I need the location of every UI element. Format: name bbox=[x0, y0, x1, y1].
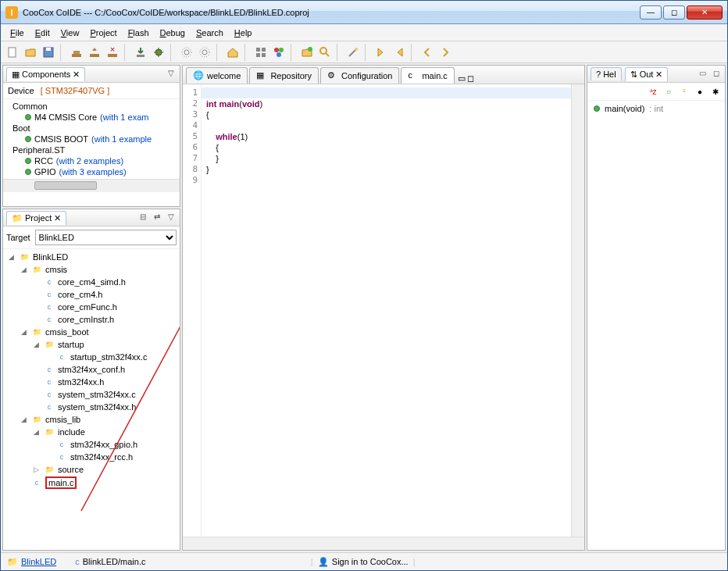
editor-tab-Configuration[interactable]: ⚙Configuration bbox=[320, 67, 399, 84]
component-item[interactable]: M4 CMSIS Core (with 1 exam bbox=[6, 112, 177, 123]
tree-twisty-icon[interactable]: ◢ bbox=[19, 416, 28, 423]
project-tab-close-icon[interactable]: ✕ bbox=[54, 213, 61, 223]
compile-button[interactable]: × bbox=[104, 44, 121, 61]
hide-nonpublic-button[interactable]: ● bbox=[694, 85, 706, 98]
maximize-button[interactable]: ◻ bbox=[663, 5, 685, 20]
hide-static-button[interactable]: ˢ bbox=[678, 85, 691, 98]
rebuild-button[interactable] bbox=[86, 44, 103, 61]
back-button[interactable] bbox=[419, 44, 436, 61]
menu-project[interactable]: Project bbox=[85, 27, 121, 39]
menu-flash[interactable]: Flash bbox=[123, 27, 154, 39]
tab-close-icon[interactable]: ✕ bbox=[655, 70, 662, 80]
status-project-link[interactable]: 📁 BlinkLED bbox=[7, 557, 56, 567]
sort-button[interactable]: ᵃz bbox=[647, 85, 659, 98]
examples-link[interactable]: (with 3 examples) bbox=[59, 167, 127, 177]
tree-node[interactable]: ccore_cmInstr.h bbox=[3, 313, 180, 326]
tree-twisty-icon[interactable]: ◢ bbox=[6, 253, 16, 261]
signin-link[interactable]: 👤 Sign in to CooCox... bbox=[318, 557, 409, 567]
wand-button[interactable] bbox=[344, 44, 362, 61]
panel-menu-button[interactable]: ▽ bbox=[166, 212, 177, 223]
tree-node[interactable]: ccore_cm4_simd.h bbox=[3, 276, 180, 288]
component-item[interactable]: CMSIS BOOT (with 1 example bbox=[6, 134, 177, 145]
tree-twisty-icon[interactable]: ◢ bbox=[19, 266, 28, 273]
tree-node[interactable]: ccore_cmFunc.h bbox=[3, 301, 180, 313]
menu-debug[interactable]: Debug bbox=[155, 27, 190, 39]
tree-node[interactable]: cstm32f4xx_conf.h bbox=[3, 363, 180, 376]
examples-link[interactable]: (with 1 example bbox=[91, 134, 152, 144]
editor-maximize-button[interactable]: ◻ bbox=[467, 73, 474, 84]
components-hscrollbar[interactable] bbox=[3, 179, 180, 192]
menu-edit[interactable]: Edit bbox=[30, 27, 55, 39]
tree-node[interactable]: csystem_stm32f4xx.c bbox=[3, 388, 180, 401]
menu-help[interactable]: Help bbox=[230, 27, 257, 39]
menu-search[interactable]: Search bbox=[191, 27, 228, 39]
tree-node[interactable]: csystem_stm32f4xx.h bbox=[3, 401, 180, 413]
editor-tab-welcome[interactable]: 🌐welcome bbox=[186, 67, 248, 84]
link-editor-button[interactable]: ⇄ bbox=[152, 212, 162, 223]
minimize-button[interactable]: — bbox=[640, 5, 662, 20]
grid-button[interactable] bbox=[252, 44, 269, 61]
outline-tab-hel[interactable]: ?Hel bbox=[591, 67, 622, 80]
examples-link[interactable]: (with 1 exam bbox=[100, 112, 148, 122]
new-file-button[interactable] bbox=[4, 44, 21, 61]
outline-menu-button[interactable]: ✱ bbox=[709, 85, 722, 98]
tree-node[interactable]: cstm32f4xx_rcc.h bbox=[3, 451, 180, 463]
project-tab[interactable]: 📁 Project ✕ bbox=[6, 211, 66, 225]
examples-link[interactable]: (with 2 examples) bbox=[56, 156, 123, 166]
target-select[interactable]: BlinkLED bbox=[35, 230, 177, 245]
close-button[interactable]: ✕ bbox=[687, 5, 723, 20]
components-tab-close-icon[interactable]: ✕ bbox=[73, 70, 80, 80]
build-button[interactable] bbox=[68, 44, 85, 61]
tree-node[interactable]: ◢📁cmsis_lib bbox=[3, 413, 180, 426]
component-item[interactable]: RCC (with 2 examples) bbox=[6, 155, 177, 166]
hide-fields-button[interactable]: ○ bbox=[662, 85, 675, 98]
chip-button[interactable] bbox=[270, 44, 287, 61]
outline-item[interactable]: main(void) : int bbox=[594, 104, 719, 113]
editor-vscrollbar[interactable] bbox=[571, 84, 584, 537]
tree-node[interactable]: ▷📁source bbox=[3, 463, 180, 476]
editor-tab-main-c[interactable]: cmain.c bbox=[401, 67, 454, 84]
tree-node[interactable]: cstm32f4xx_gpio.h bbox=[3, 438, 180, 451]
tree-twisty-icon[interactable]: ◢ bbox=[31, 341, 41, 348]
editor-minimize-button[interactable]: ▭ bbox=[458, 73, 466, 84]
editor-body[interactable]: 123456789 int main(void){ while(1) { }} bbox=[183, 84, 584, 537]
status-file[interactable]: c BlinkLED/main.c bbox=[75, 557, 145, 566]
tree-twisty-icon[interactable]: ◢ bbox=[31, 428, 41, 436]
editor-tab-Repository[interactable]: ▦Repository bbox=[249, 67, 319, 84]
home-button[interactable] bbox=[224, 44, 241, 61]
tree-twisty-icon[interactable]: ▷ bbox=[31, 466, 41, 473]
tree-node[interactable]: cstartup_stm32f4xx.c bbox=[3, 351, 180, 363]
menu-view[interactable]: View bbox=[56, 27, 84, 39]
new-project-button[interactable] bbox=[298, 44, 316, 61]
collapse-all-button[interactable]: ⊟ bbox=[137, 212, 148, 223]
tree-file-selected[interactable]: cmain.c bbox=[3, 476, 180, 490]
tree-node[interactable]: ccore_cm4.h bbox=[3, 288, 180, 301]
outline-tab-out[interactable]: ⇅Out ✕ bbox=[625, 67, 669, 81]
device-value[interactable]: [ STM32F407VG ] bbox=[41, 86, 110, 95]
tree-node[interactable]: cstm32f4xx.h bbox=[3, 376, 180, 388]
outline-max-button[interactable]: ◻ bbox=[711, 69, 722, 80]
editor-hscrollbar[interactable] bbox=[183, 537, 584, 550]
tree-twisty-icon[interactable]: ◢ bbox=[19, 328, 28, 336]
menu-file[interactable]: File bbox=[5, 27, 29, 39]
next-annotation-button[interactable] bbox=[373, 44, 390, 61]
open-button[interactable] bbox=[22, 44, 39, 61]
prev-annotation-button[interactable] bbox=[391, 44, 408, 61]
component-group[interactable]: Boot bbox=[6, 123, 177, 134]
outline-min-button[interactable]: ▭ bbox=[697, 69, 708, 80]
tree-node[interactable]: ◢📁BlinkLED bbox=[3, 251, 180, 263]
config2-button[interactable] bbox=[196, 44, 213, 61]
config-button[interactable] bbox=[178, 44, 195, 61]
panel-menu-button[interactable]: ▽ bbox=[166, 69, 177, 80]
code-area[interactable]: int main(void){ while(1) { }} bbox=[202, 84, 571, 537]
debug-button[interactable] bbox=[150, 44, 167, 61]
search-button[interactable] bbox=[316, 44, 334, 61]
component-group[interactable]: Peripheral.ST bbox=[6, 145, 177, 155]
tree-node[interactable]: ◢📁startup bbox=[3, 338, 180, 351]
tree-node[interactable]: ◢📁include bbox=[3, 426, 180, 438]
download-button[interactable] bbox=[132, 44, 149, 61]
tree-node[interactable]: ◢📁cmsis_boot bbox=[3, 326, 180, 338]
component-item[interactable]: GPIO (with 3 examples) bbox=[6, 166, 177, 177]
tree-node[interactable]: ◢📁cmsis bbox=[3, 263, 180, 276]
forward-button[interactable] bbox=[437, 44, 454, 61]
